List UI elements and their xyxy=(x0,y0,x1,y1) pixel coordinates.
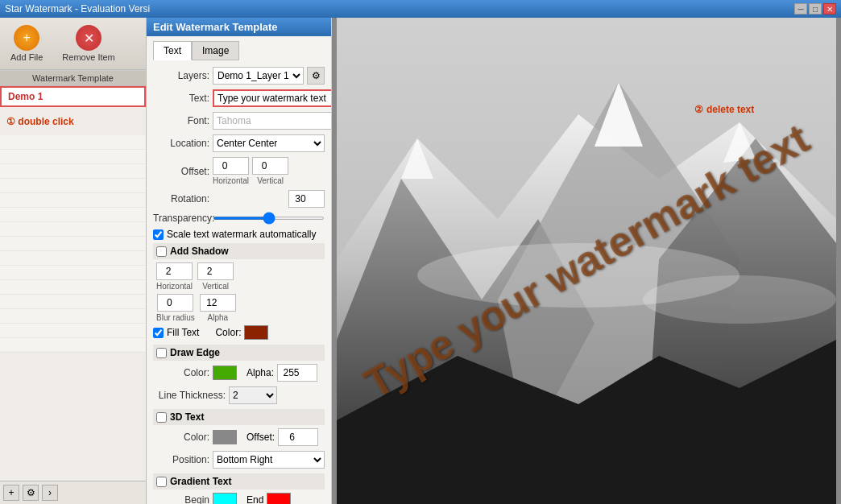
layers-gear-button[interactable]: ⚙ xyxy=(307,67,325,85)
left-panel: + Add File ✕ Remove Item Watermark Templ… xyxy=(0,18,147,504)
edit-panel-title: Edit Watermark Template xyxy=(147,18,331,36)
blur-input[interactable] xyxy=(157,294,193,312)
empty-row-6 xyxy=(0,208,146,222)
shadow-v-group: Vertical xyxy=(197,262,234,291)
settings-button[interactable]: ⚙ xyxy=(23,485,39,501)
empty-row-8 xyxy=(0,237,146,251)
3d-text-label: 3D Text xyxy=(170,411,204,423)
tab-image[interactable]: Image xyxy=(192,41,239,60)
3d-offset-label: Offset: xyxy=(246,432,275,443)
rotation-label: Rotation: xyxy=(153,193,209,204)
empty-row-11 xyxy=(0,280,146,295)
empty-rows xyxy=(0,135,146,353)
app-title-label: Star Watermark - Evaluation Versi xyxy=(5,3,150,14)
empty-row-2 xyxy=(0,150,146,164)
maximize-button[interactable]: □ xyxy=(809,3,822,14)
text-row: Text: xyxy=(153,89,325,107)
close-button[interactable]: ✕ xyxy=(823,3,836,14)
transparency-label: Transparency: xyxy=(153,213,209,224)
toolbar: + Add File ✕ Remove Item xyxy=(0,18,146,70)
minimize-button[interactable]: ─ xyxy=(794,3,807,14)
edge-alpha-input[interactable] xyxy=(277,364,317,382)
gradient-section: Gradient Text xyxy=(153,473,325,490)
shadow-h-label: Horizontal xyxy=(156,282,193,291)
gradient-end-swatch[interactable] xyxy=(267,493,291,504)
3d-color-label: Color: xyxy=(153,432,209,443)
line-thickness-select[interactable]: 2 xyxy=(229,386,277,404)
empty-row-5 xyxy=(0,193,146,208)
empty-row-9 xyxy=(0,251,146,266)
add-file-button[interactable]: + Add File xyxy=(3,21,50,66)
edge-label: Draw Edge xyxy=(170,347,220,358)
line-thickness-row: Line Thickness: 2 xyxy=(153,386,325,404)
alpha-input[interactable] xyxy=(200,294,236,312)
alpha-group: Alpha xyxy=(200,294,236,322)
shadow-v-label: Vertical xyxy=(202,282,229,291)
transparency-slider[interactable] xyxy=(213,217,325,220)
section-title: Watermark Template xyxy=(0,70,146,86)
empty-row-12 xyxy=(0,295,146,309)
layers-label: Layers: xyxy=(153,70,209,81)
location-label: Location: xyxy=(153,138,209,149)
gradient-begin-label: Begin xyxy=(153,494,209,504)
rotation-row: Rotation: xyxy=(153,190,325,208)
layers-row: Layers: Demo 1_Layer 1 ⚙ xyxy=(153,67,325,85)
fill-text-label: Fill Text xyxy=(167,327,199,338)
gradient-begin-swatch[interactable] xyxy=(213,493,237,504)
bottom-bar: + ⚙ › xyxy=(0,481,146,504)
empty-row-14 xyxy=(0,324,146,338)
shadow-grid-2: Blur radius Alpha xyxy=(156,294,325,322)
remove-item-icon: ✕ xyxy=(76,25,102,51)
shadow-h-group: Horizontal xyxy=(156,262,193,291)
transparency-row: Transparency: xyxy=(153,213,325,224)
shadow-label: Add Shadow xyxy=(170,246,229,257)
scale-label: Scale text watermark automatically xyxy=(167,229,316,240)
location-row: Location: Center Center xyxy=(153,134,325,152)
position-select[interactable]: Bottom Right xyxy=(213,451,325,469)
gradient-end-label: End xyxy=(246,494,263,504)
template-item-demo1[interactable]: Demo 1 xyxy=(0,86,146,107)
instruction-text: ① double click xyxy=(6,116,74,127)
layers-select[interactable]: Demo 1_Layer 1 xyxy=(213,67,304,85)
rotation-input[interactable] xyxy=(288,190,325,208)
edge-checkbox[interactable] xyxy=(156,348,167,358)
gradient-checkbox[interactable] xyxy=(156,477,167,487)
empty-row-13 xyxy=(0,309,146,324)
empty-row-4 xyxy=(0,179,146,193)
app-title-bar: Star Watermark - Evaluation Versi ─ □ ✕ xyxy=(0,0,841,18)
empty-row-1 xyxy=(0,135,146,150)
arrow-button[interactable]: › xyxy=(42,485,58,501)
offset-h-input[interactable] xyxy=(213,157,249,175)
offset-v-input[interactable] xyxy=(252,157,288,175)
fill-color-swatch[interactable] xyxy=(244,325,268,340)
add-template-button[interactable]: + xyxy=(3,485,19,501)
fill-color-label: Color: xyxy=(215,327,241,338)
font-input[interactable] xyxy=(213,112,331,130)
remove-item-button[interactable]: ✕ Remove Item xyxy=(55,21,122,66)
offset-horizontal-group: Horizontal xyxy=(213,157,249,185)
template-list: Demo 1 ① double click xyxy=(0,86,146,481)
location-select[interactable]: Center Center xyxy=(213,134,325,152)
image-preview-area: Type your watermark text ② delete text xyxy=(332,18,841,504)
scale-checkbox[interactable] xyxy=(153,229,164,240)
text-input[interactable] xyxy=(213,89,331,107)
shadow-checkbox[interactable] xyxy=(156,246,167,257)
shadow-h-input[interactable] xyxy=(156,262,193,280)
double-click-instruction: ① double click xyxy=(0,107,146,135)
alpha-label: Alpha xyxy=(208,313,229,322)
3d-color-swatch[interactable] xyxy=(213,430,237,444)
edge-color-row: Color: Alpha: xyxy=(153,364,325,382)
edge-section: Draw Edge xyxy=(153,345,325,361)
tab-text[interactable]: Text xyxy=(153,41,192,60)
remove-item-label: Remove Item xyxy=(62,52,114,62)
edge-color-swatch[interactable] xyxy=(213,366,237,380)
line-thickness-label: Line Thickness: xyxy=(153,390,226,401)
fill-text-checkbox[interactable] xyxy=(153,328,164,338)
delete-text-hint: ② delete text xyxy=(694,102,754,115)
shadow-v-input[interactable] xyxy=(197,262,234,280)
edge-alpha-label: Alpha: xyxy=(246,367,274,378)
3d-offset-input[interactable] xyxy=(278,428,318,446)
3d-text-checkbox[interactable] xyxy=(156,412,167,423)
empty-row-7 xyxy=(0,222,146,237)
add-file-label: Add File xyxy=(10,52,43,62)
